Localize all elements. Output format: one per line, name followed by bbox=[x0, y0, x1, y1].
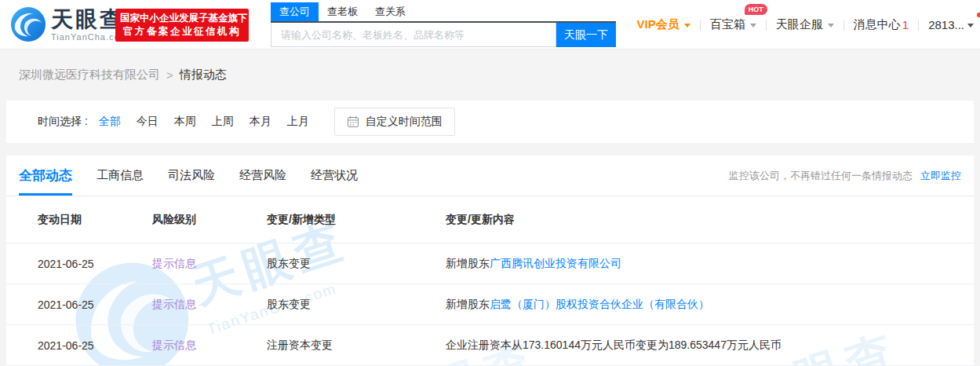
time-option-last-month[interactable]: 上月 bbox=[287, 115, 309, 129]
activity-tabbar: 全部动态 工商信息 司法风险 经营风险 经营状况 监控该公司，不再错过任何一条情… bbox=[6, 156, 974, 196]
cell-risk-level: 提示信息 bbox=[152, 339, 267, 353]
breadcrumb-current-page: 情报动态 bbox=[180, 68, 227, 82]
time-option-all[interactable]: 全部 bbox=[99, 115, 121, 129]
tab-all-activity[interactable]: 全部动态 bbox=[19, 156, 72, 196]
calendar-icon bbox=[347, 115, 359, 128]
breadcrumb-separator: > bbox=[166, 68, 173, 82]
chevron-down-icon bbox=[684, 24, 690, 31]
hot-badge: HOT bbox=[745, 4, 767, 15]
breadcrumb: 深圳微远医疗科技有限公司 > 情报动态 bbox=[19, 68, 227, 82]
company-link[interactable]: 启鹭（厦门）股权投资合伙企业（有限合伙） bbox=[490, 298, 709, 310]
search-tab-boss[interactable]: 查老板 bbox=[319, 2, 366, 21]
tianyancha-logo[interactable]: 天眼查 TianYanCha.com bbox=[10, 6, 128, 42]
search-tab-relation[interactable]: 查关系 bbox=[366, 2, 414, 21]
col-change-date: 变动日期 bbox=[38, 213, 152, 227]
nav-message-center[interactable]: 消息中心 1 bbox=[844, 17, 918, 32]
chevron-down-icon bbox=[828, 24, 834, 31]
notification-dot bbox=[977, 13, 980, 17]
breadcrumb-company-link[interactable]: 深圳微远医疗科技有限公司 bbox=[19, 68, 160, 82]
tab-operation-risk[interactable]: 经营风险 bbox=[239, 156, 286, 196]
nav-user-account[interactable]: 2813... bbox=[919, 18, 978, 31]
cell-content: 新增股东广西腾讯创业投资有限公司 bbox=[446, 257, 974, 271]
table-header: 变动日期 风险级别 变更/新增类型 变更/更新内容 bbox=[6, 196, 974, 243]
monitor-now-link[interactable]: 立即监控 bbox=[920, 169, 961, 183]
certification-badge: 国家中小企业发展子基金旗下 官方备案企业征信机构 bbox=[115, 9, 249, 42]
message-count-badge: 1 bbox=[902, 18, 909, 31]
table-row: 2021-06-25 提示信息 股东变更 新增股东启鹭（厦门）股权投资合伙企业（… bbox=[6, 284, 974, 325]
search-area: 查公司 查老板 查关系 天眼一下 bbox=[271, 4, 616, 47]
cell-date: 2021-06-25 bbox=[38, 298, 152, 311]
time-option-today[interactable]: 今日 bbox=[137, 115, 158, 129]
time-option-last-week[interactable]: 上周 bbox=[212, 115, 234, 129]
activity-card: 天眼查 TianYanCha.com 天眼查 TianYanCha.com 天眼… bbox=[6, 156, 974, 366]
nav-vip[interactable]: VIP会员 bbox=[628, 17, 700, 32]
monitor-hint: 监控该公司，不再错过任何一条情报动态 bbox=[729, 169, 913, 183]
cell-change-type: 注册资本变更 bbox=[267, 339, 446, 353]
top-header: 天眼查 TianYanCha.com 国家中小企业发展子基金旗下 官方备案企业征… bbox=[0, 0, 980, 49]
col-change-content: 变更/更新内容 bbox=[446, 213, 974, 227]
cell-risk-level: 提示信息 bbox=[152, 298, 267, 312]
cell-risk-level: 提示信息 bbox=[152, 257, 267, 271]
cert-badge-line1: 国家中小企业发展子基金旗下 bbox=[120, 12, 244, 25]
chevron-down-icon bbox=[967, 24, 974, 31]
cell-change-type: 股东变更 bbox=[267, 298, 446, 312]
cell-date: 2021-06-25 bbox=[38, 258, 152, 270]
nav-enterprise-service[interactable]: 天眼企服 bbox=[767, 17, 843, 32]
col-risk-level: 风险级别 bbox=[152, 213, 267, 227]
tab-judicial-risk[interactable]: 司法风险 bbox=[168, 156, 215, 196]
cell-date: 2021-06-25 bbox=[38, 339, 152, 352]
cert-badge-line2: 官方备案企业征信机构 bbox=[120, 25, 244, 38]
search-input[interactable] bbox=[271, 23, 556, 47]
time-filter-options: 全部 今日 本周 上周 本月 上月 bbox=[99, 115, 325, 129]
tianyancha-swirl-icon bbox=[10, 6, 46, 42]
time-option-this-week[interactable]: 本周 bbox=[174, 115, 196, 129]
nav-toolbox[interactable]: 百宝箱 HOT bbox=[701, 17, 766, 32]
table-row: 2021-06-25 提示信息 股东变更 新增股东广西腾讯创业投资有限公司 bbox=[6, 243, 974, 284]
time-filter-card: 时间选择 : 全部 今日 本周 上周 本月 上月 自定义时间范围 bbox=[6, 101, 974, 143]
cell-content: 企业注册资本从173.160144万元人民币变更为189.653447万元人民币 bbox=[446, 339, 974, 353]
search-tabs: 查公司 查老板 查关系 bbox=[271, 4, 616, 23]
table-row: 2021-06-25 提示信息 注册资本变更 企业注册资本从173.160144… bbox=[6, 325, 974, 366]
col-change-type: 变更/新增类型 bbox=[267, 213, 446, 227]
company-link[interactable]: 广西腾讯创业投资有限公司 bbox=[490, 257, 621, 269]
time-filter-label: 时间选择 : bbox=[38, 115, 88, 129]
chevron-down-icon bbox=[750, 24, 756, 31]
custom-time-range-button[interactable]: 自定义时间范围 bbox=[334, 108, 455, 136]
cell-change-type: 股东变更 bbox=[267, 257, 446, 271]
search-button[interactable]: 天眼一下 bbox=[556, 23, 616, 47]
monitor-area: 监控该公司，不再错过任何一条情报动态 立即监控 bbox=[729, 169, 961, 183]
time-option-this-month[interactable]: 本月 bbox=[250, 115, 271, 129]
tab-business-info[interactable]: 工商信息 bbox=[97, 156, 144, 196]
search-tab-company[interactable]: 查公司 bbox=[271, 2, 319, 21]
cell-content: 新增股东启鹭（厦门）股权投资合伙企业（有限合伙） bbox=[446, 298, 974, 312]
header-nav: VIP会员 百宝箱 HOT 天眼企服 消息中心 1 2813... bbox=[628, 0, 978, 49]
tab-operation-status[interactable]: 经营状况 bbox=[311, 156, 358, 196]
